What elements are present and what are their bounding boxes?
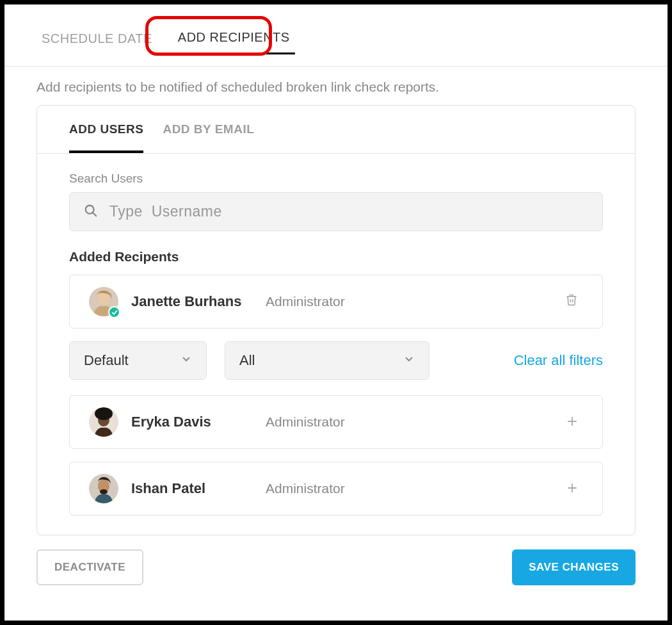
check-badge-icon xyxy=(108,306,120,318)
chevron-down-icon xyxy=(403,353,415,368)
description-text: Add recipients to be notified of schedul… xyxy=(4,67,668,105)
add-recipient-button[interactable] xyxy=(561,477,583,500)
sort-dropdown[interactable]: Default xyxy=(69,341,207,380)
sub-tabs: ADD USERS ADD BY EMAIL xyxy=(37,106,635,154)
filter-row: Default All Clear all filters xyxy=(69,341,603,380)
deactivate-button[interactable]: DEACTIVATE xyxy=(36,549,143,585)
search-input[interactable] xyxy=(109,203,588,220)
added-recipient-row: Janette Burhans Administrator xyxy=(69,275,603,329)
avatar xyxy=(89,287,118,316)
trash-icon xyxy=(565,293,578,310)
available-user-row: Ishan Patel Administrator xyxy=(69,462,603,515)
search-icon xyxy=(84,204,98,220)
tab-add-by-email[interactable]: ADD BY EMAIL xyxy=(163,106,254,153)
avatar xyxy=(89,407,118,437)
user-role: Administrator xyxy=(266,294,547,309)
plus-icon xyxy=(566,480,578,497)
sort-dropdown-label: Default xyxy=(84,352,129,369)
search-label: Search Users xyxy=(69,172,603,186)
svg-point-14 xyxy=(100,489,108,494)
search-users-field[interactable] xyxy=(69,192,603,231)
save-changes-button[interactable]: SAVE CHANGES xyxy=(512,549,636,585)
svg-point-8 xyxy=(95,407,113,420)
user-name: Janette Burhans xyxy=(131,293,253,310)
user-name: Ishan Patel xyxy=(131,480,253,497)
tab-add-recipients[interactable]: ADD RECIPIENTS xyxy=(173,22,295,54)
footer-actions: DEACTIVATE SAVE CHANGES xyxy=(4,535,668,585)
add-recipient-button[interactable] xyxy=(561,410,583,434)
added-recipients-header: Added Recipents xyxy=(69,249,603,264)
available-user-row: Eryka Davis Administrator xyxy=(69,395,603,449)
role-filter-label: All xyxy=(239,352,255,369)
remove-recipient-button[interactable] xyxy=(560,290,583,313)
user-role: Administrator xyxy=(266,414,548,430)
plus-icon xyxy=(566,413,578,430)
tab-schedule-date[interactable]: SCHEDULE DATE xyxy=(36,24,157,54)
user-role: Administrator xyxy=(266,481,548,496)
chevron-down-icon xyxy=(180,353,192,368)
avatar xyxy=(89,474,118,503)
role-filter-dropdown[interactable]: All xyxy=(225,341,429,380)
top-tabs: SCHEDULE DATE ADD RECIPIENTS xyxy=(4,4,668,67)
user-name: Eryka Davis xyxy=(131,414,253,430)
recipients-panel: ADD USERS ADD BY EMAIL Search Users Adde… xyxy=(36,105,636,535)
svg-line-1 xyxy=(93,212,97,216)
clear-filters-link[interactable]: Clear all filters xyxy=(514,352,603,369)
tab-add-users[interactable]: ADD USERS xyxy=(69,106,143,153)
